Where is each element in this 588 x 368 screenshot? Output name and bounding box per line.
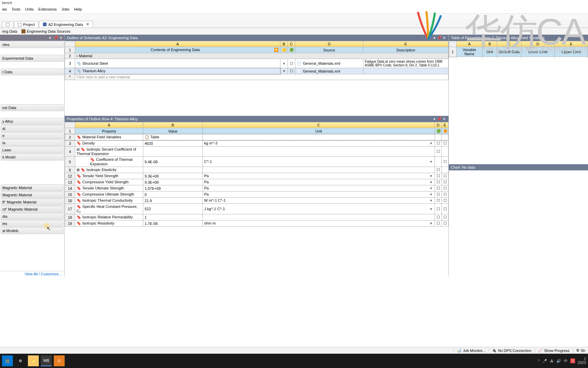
- toolbox-item[interactable]: al Models: [1, 227, 64, 234]
- job-monitor[interactable]: 📊 Job Monitor...: [454, 348, 485, 353]
- dps-status[interactable]: 🔌 No DPS Connection: [489, 348, 531, 353]
- prop-tensile-yield[interactable]: 🔖 Tensile Yield Strength: [75, 173, 143, 179]
- tray-up-icon[interactable]: ^: [538, 359, 540, 363]
- color-filter-icon[interactable]: 🟡: [280, 47, 288, 53]
- outline-grid[interactable]: A B C D E 1 Contents of Engineering Data…: [65, 41, 448, 116]
- suppress-icon[interactable]: 🟢: [435, 128, 442, 134]
- checkbox[interactable]: ☐: [442, 185, 448, 191]
- subtab-sources[interactable]: Engineering Data Sources: [21, 29, 70, 34]
- checkbox-cell[interactable]: ☐: [288, 68, 295, 74]
- menu-jobs[interactable]: Jobs: [62, 7, 69, 12]
- subtab-filter[interactable]: ring Data: [2, 29, 17, 34]
- menu-tools[interactable]: Tools: [12, 7, 20, 12]
- fieldvars-grid[interactable]: A B C D E 1 Variable Name Unit Default D…: [449, 41, 588, 58]
- col-header[interactable]: D: [435, 122, 442, 128]
- prop-value[interactable]: 9.4E-06: [143, 157, 203, 167]
- toolbox-item[interactable]: rties: [1, 41, 64, 48]
- prop-iso-elasticity[interactable]: ⊞ 🔖 Isotropic Elasticity: [75, 167, 143, 173]
- prop-unit[interactable]: kg m^-3▾: [203, 140, 435, 147]
- col-header[interactable]: E: [442, 122, 448, 128]
- dropdown-icon[interactable]: ▾: [48, 36, 52, 40]
- prop-value[interactable]: 21.9: [143, 198, 203, 204]
- toolbox-item[interactable]: Laws: [1, 147, 64, 153]
- checkbox[interactable]: ☐: [442, 173, 448, 179]
- toolbox-item[interactable]: est Data: [1, 104, 64, 111]
- tray-net-icon[interactable]: 🖧: [550, 359, 554, 363]
- prop-comp-yield[interactable]: 🔖 Compressive Yield Strength: [75, 179, 143, 185]
- prop-density[interactable]: 🔖 Density: [75, 140, 143, 147]
- prop-thermal-exp-group[interactable]: ⊟ 🔖 Isotropic Secant Coefficient of Ther…: [75, 147, 143, 157]
- checkbox[interactable]: ☐: [435, 220, 442, 227]
- checkbox[interactable]: ☐: [442, 140, 448, 147]
- status-sh[interactable]: ⚙ Sh: [573, 348, 585, 353]
- pin-icon[interactable]: 📌: [437, 117, 442, 121]
- show-progress[interactable]: 📈 Show Progress: [535, 348, 570, 353]
- tab-project[interactable]: Project: [14, 21, 38, 28]
- tray-ime2[interactable]: S: [570, 358, 575, 363]
- checkbox[interactable]: ☐: [435, 167, 442, 173]
- close-icon[interactable]: ✕: [442, 117, 446, 121]
- prop-value[interactable]: 522: [143, 204, 203, 214]
- close-icon[interactable]: ✕: [59, 36, 63, 40]
- prop-value[interactable]: 1.07E+09: [143, 185, 203, 191]
- checkbox[interactable]: ☐: [435, 140, 442, 147]
- prop-value[interactable]: 1: [143, 214, 203, 220]
- checkbox[interactable]: ☐: [435, 179, 442, 185]
- close-icon[interactable]: ✕: [442, 36, 446, 40]
- col-header[interactable]: C: [288, 41, 295, 47]
- toolbox-item[interactable]: ia: [1, 139, 64, 146]
- properties-grid[interactable]: A B C D E 1 Property Value Unit 🟢 🔶 2 🔖 …: [65, 122, 448, 277]
- menu-view[interactable]: ew: [2, 7, 7, 12]
- col-header[interactable]: A: [456, 41, 482, 47]
- col-header[interactable]: E: [363, 41, 448, 47]
- taskbar-workbench[interactable]: WB: [41, 355, 52, 366]
- suppress-filter-icon[interactable]: 🟢: [288, 47, 295, 53]
- prop-cte[interactable]: 🔖 Coefficient of Thermal Expansion: [75, 157, 143, 167]
- pin-icon[interactable]: 📌: [437, 36, 442, 40]
- toolbox-viewall[interactable]: View All / Customize...: [0, 271, 64, 277]
- menu-units[interactable]: Units: [25, 7, 34, 12]
- material-group[interactable]: ▫ Material: [75, 53, 448, 59]
- system-tray[interactable]: ^ 🎤 🖧 🔊 中 S 22023: [538, 357, 586, 365]
- col-header[interactable]: E: [555, 41, 588, 47]
- checkbox[interactable]: ☐: [435, 185, 442, 191]
- checkbox[interactable]: ☐: [442, 220, 448, 227]
- toolbox-item[interactable]: t Data: [1, 68, 64, 75]
- tray-mic-icon[interactable]: 🎤: [542, 359, 547, 363]
- toolbox-list[interactable]: rties Experimental Data t Data est Data …: [0, 41, 64, 271]
- toolbox-item[interactable]: al: [1, 125, 64, 132]
- prop-value[interactable]: 0: [143, 191, 203, 198]
- toolbox-item[interactable]: Experimental Data: [1, 55, 64, 62]
- toolbox-item[interactable]: Magnetic Material: [1, 184, 64, 191]
- desc-cell[interactable]: [363, 68, 448, 74]
- menu-help[interactable]: Help: [74, 7, 82, 12]
- prop-unit[interactable]: ohm m▾: [203, 220, 435, 227]
- row-header[interactable]: 3: [65, 59, 75, 68]
- prop-rel-perm[interactable]: 🔖 Isotropic Relative Permeability: [75, 214, 143, 220]
- material-name-selected[interactable]: 📎 Titanium Alloy: [75, 68, 280, 74]
- tray-ime[interactable]: 中: [564, 358, 568, 364]
- checkbox[interactable]: ☐: [442, 198, 448, 204]
- col-header[interactable]: B: [280, 41, 288, 47]
- taskbar-calc[interactable]: 🧮: [2, 355, 13, 366]
- material-name[interactable]: 📎 Structural Steel: [75, 59, 280, 68]
- taskbar-settings[interactable]: ⚙: [15, 355, 26, 366]
- tray-vol-icon[interactable]: 🔊: [556, 359, 561, 363]
- checkbox[interactable]: ☐: [435, 147, 442, 157]
- prop-value[interactable]: 1.7E-06: [143, 220, 203, 227]
- toolbox-item[interactable]: ies: [1, 220, 64, 227]
- menu-extensions[interactable]: Extensions: [38, 7, 57, 12]
- pin-icon[interactable]: 📌: [53, 36, 58, 40]
- prop-field-variables[interactable]: 🔖 Material Field Variables: [75, 134, 143, 140]
- checkbox[interactable]: ☐: [435, 173, 442, 179]
- prop-tensile-ult[interactable]: 🔖 Tensile Ultimate Strength: [75, 185, 143, 191]
- prop-value[interactable]: 9.3E+08: [143, 173, 203, 179]
- row-header[interactable]: *: [65, 74, 75, 80]
- prop-resistivity[interactable]: 🔖 Isotropic Resistivity: [75, 220, 143, 227]
- tab-engdata[interactable]: A2:Engineering Data ✕: [39, 21, 93, 28]
- prop-value[interactable]: 4620: [143, 140, 203, 147]
- close-icon[interactable]: ✕: [86, 22, 89, 27]
- checkbox[interactable]: ☐: [435, 198, 442, 204]
- checkbox[interactable]: ☐: [435, 204, 442, 214]
- prop-specific-heat[interactable]: 🔖 Specific Heat Constant Pressure, Cₚ: [75, 204, 143, 214]
